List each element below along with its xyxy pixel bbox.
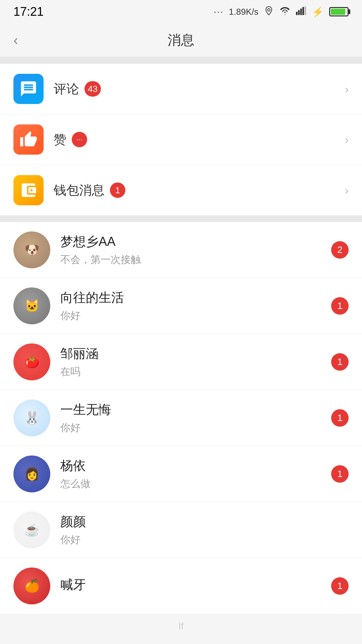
bottom-text: If — [0, 614, 362, 638]
likes-menu-item[interactable]: 赞 ··· › — [0, 114, 362, 165]
status-time: 17:21 — [13, 5, 44, 19]
wallet-badge: 1 — [110, 182, 125, 198]
avatar: 🐶 — [13, 231, 50, 268]
chat-item[interactable]: ☕ 颜颜 你好 — [0, 502, 362, 558]
chat-name: 向往的生活 — [60, 289, 324, 306]
likes-chevron: › — [345, 133, 349, 146]
chat-item[interactable]: 🍊 喊牙 1 — [0, 558, 362, 614]
likes-icon-wrapper — [13, 124, 44, 155]
chat-item[interactable]: 🍅 邹丽涵 在吗 1 — [0, 334, 362, 390]
svg-point-0 — [267, 8, 270, 11]
likes-badge: ··· — [72, 132, 87, 147]
section-divider-bottom — [0, 215, 362, 222]
status-right: ··· 1.89K/s ⚡ — [214, 6, 349, 18]
chat-preview: 你好 — [60, 309, 324, 323]
svg-rect-1 — [296, 12, 298, 15]
chat-name: 一生无悔 — [60, 401, 324, 418]
comments-badge: 43 — [84, 81, 101, 97]
chat-name: 梦想乡AA — [60, 233, 324, 250]
wifi-icon — [279, 6, 291, 17]
comments-menu-item[interactable]: 评论 43 › — [0, 64, 362, 114]
avatar: ☕ — [13, 512, 50, 548]
avatar: 🐰 — [13, 399, 50, 436]
page-header: ‹ 消息 — [0, 23, 362, 57]
section-divider-top — [0, 57, 362, 64]
svg-rect-5 — [305, 6, 306, 15]
chat-item[interactable]: 👩 杨依 怎么做 1 — [0, 446, 362, 502]
unread-badge: 1 — [331, 465, 349, 483]
chat-bubble-icon — [19, 80, 38, 98]
chat-item[interactable]: 🐱 向往的生活 你好 1 — [0, 278, 362, 334]
page-title: 消息 — [168, 31, 194, 49]
unread-badge: 1 — [331, 297, 349, 315]
notification-menu: 评论 43 › 赞 ··· › 钱包消息 1 › — [0, 64, 362, 215]
wallet-label: 钱包消息 — [54, 182, 105, 199]
likes-label: 赞 — [54, 131, 66, 148]
chat-item[interactable]: 🐶 梦想乡AA 不会，第一次接触 2 — [0, 222, 362, 278]
comments-chevron: › — [345, 83, 349, 96]
avatar: 🍅 — [13, 343, 50, 380]
wallet-icon-wrapper — [13, 175, 44, 205]
thumbs-up-icon — [19, 130, 38, 149]
chat-content: 梦想乡AA 不会，第一次接触 — [60, 233, 324, 267]
avatar: 🐱 — [13, 287, 50, 324]
chat-preview: 你好 — [60, 421, 324, 435]
unread-badge: 1 — [331, 577, 349, 595]
chat-list: 🐶 梦想乡AA 不会，第一次接触 2 🐱 向往的生活 你好 1 🍅 邹丽涵 在吗… — [0, 222, 362, 614]
chat-content: 喊牙 — [60, 576, 324, 596]
back-button[interactable]: ‹ — [13, 32, 18, 48]
chat-content: 邹丽涵 在吗 — [60, 345, 324, 379]
chat-content: 一生无悔 你好 — [60, 401, 324, 435]
chat-preview: 你好 — [60, 533, 324, 547]
comments-icon-wrapper — [13, 74, 44, 104]
chat-name: 喊牙 — [60, 576, 324, 593]
battery — [329, 7, 349, 16]
chat-content: 颜颜 你好 — [60, 513, 324, 547]
chat-content: 向往的生活 你好 — [60, 289, 324, 323]
svg-rect-4 — [302, 7, 304, 15]
signal-icon — [296, 6, 307, 17]
chat-content: 杨依 怎么做 — [60, 457, 324, 491]
unread-badge: 1 — [331, 409, 349, 427]
avatar: 🍊 — [13, 568, 50, 604]
wallet-icon — [19, 181, 38, 199]
wallet-chevron: › — [345, 184, 349, 197]
svg-rect-3 — [300, 8, 302, 15]
chat-name: 邹丽涵 — [60, 345, 324, 362]
avatar: 👩 — [13, 455, 50, 492]
network-speed: 1.89K/s — [229, 7, 258, 17]
chat-preview: 在吗 — [60, 365, 324, 379]
chat-name: 颜颜 — [60, 513, 324, 530]
unread-badge: 2 — [331, 241, 349, 259]
chat-preview: 怎么做 — [60, 477, 324, 491]
wallet-menu-item[interactable]: 钱包消息 1 › — [0, 165, 362, 215]
location-icon — [264, 6, 274, 18]
status-bar: 17:21 ··· 1.89K/s ⚡ — [0, 0, 362, 23]
unread-badge: 1 — [331, 353, 349, 371]
svg-rect-2 — [298, 10, 300, 15]
chat-item[interactable]: 🐰 一生无悔 你好 1 — [0, 390, 362, 446]
charging-icon: ⚡ — [312, 6, 324, 17]
chat-name: 杨依 — [60, 457, 324, 474]
chat-preview: 不会，第一次接触 — [60, 253, 324, 267]
comments-label: 评论 — [54, 80, 79, 98]
status-dots: ··· — [214, 6, 223, 17]
